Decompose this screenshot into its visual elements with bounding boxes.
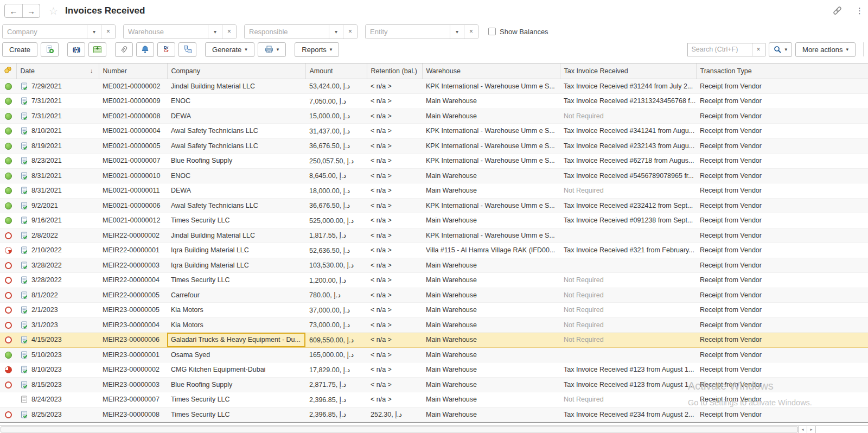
create-button[interactable]: Create [2,42,37,57]
invoice-retention[interactable]: < n/a > [367,154,422,169]
row-date-cell[interactable]: 8/10/2021 [16,124,99,139]
invoice-company[interactable]: Blue Roofing Supply [167,154,305,169]
invoice-tax-invoice[interactable] [560,347,696,362]
invoice-warehouse[interactable]: KPK International - Warehouse Umm e S... [422,124,560,139]
invoice-warehouse[interactable]: KPK International - Warehouse Umm e S... [422,198,560,213]
invoice-transaction-type[interactable]: Receipt from Vendor [696,198,868,213]
invoice-number[interactable]: MEIR23-00000001 [99,347,167,362]
row-date-cell[interactable]: 8/31/2021 [16,183,99,199]
invoice-tax-invoice[interactable]: Not Required [560,317,696,333]
invoice-tax-invoice[interactable]: Tax Invoice Received #62718 from Augus..… [560,154,696,169]
invoice-tax-invoice[interactable]: Not Required [560,183,696,199]
entity-filter-clear-icon[interactable]: × [464,25,478,39]
invoice-amount[interactable]: 2,871.75, د.إ [305,377,367,392]
invoice-amount[interactable]: 36,676.50, د.إ [305,198,367,213]
search-input[interactable] [688,43,752,56]
invoice-number[interactable]: ME0021-00000011 [99,183,167,199]
invoice-warehouse[interactable]: Main Warehouse [422,168,560,183]
company-filter-dropdown-icon[interactable]: ▾ [87,25,101,39]
scrollbar-thumb[interactable] [1,426,798,432]
row-date-cell[interactable]: 2/8/2022 [16,228,99,243]
entity-filter-dropdown-icon[interactable]: ▾ [450,25,464,39]
invoice-company[interactable]: Carrefour [167,288,305,303]
invoice-warehouse[interactable]: Main Warehouse [422,273,560,288]
invoice-tax-invoice[interactable]: Not Required [560,333,696,348]
invoice-number[interactable]: ME0021-00000008 [99,109,167,124]
invoice-transaction-type[interactable]: Receipt from Vendor [696,333,868,348]
invoice-warehouse[interactable]: Main Warehouse [422,333,560,348]
invoice-transaction-type[interactable]: Receipt from Vendor [696,154,868,169]
invoice-transaction-type[interactable]: Receipt from Vendor [696,377,868,392]
invoice-tax-invoice[interactable]: Tax Invoice Received #232143 from Augu..… [560,138,696,154]
invoice-retention[interactable]: < n/a > [367,333,422,348]
table-row[interactable]: 8/10/2023 MEIR23-00000002 CMG Kitchen Eq… [0,362,868,378]
invoice-tax-invoice[interactable] [560,258,696,273]
invoice-number[interactable]: MEIR23-00000002 [99,362,167,378]
invoice-amount[interactable]: 17,829.00, د.إ [305,362,367,378]
table-row[interactable]: 3/1/2023 MEIR23-00000004 Kia Motors 73,0… [0,317,868,333]
invoice-transaction-type[interactable]: Receipt from Vendor [696,273,868,288]
table-row[interactable]: 8/1/2022 MEIR22-00000005 Carrefour 780.0… [0,288,868,303]
invoice-number[interactable]: MEIR23-00000006 [99,333,167,348]
invoice-retention[interactable]: < n/a > [367,243,422,258]
invoice-warehouse[interactable]: Main Warehouse [422,317,560,333]
invoice-retention[interactable]: < n/a > [367,317,422,333]
invoice-company[interactable]: Galadari Trucks & Heavy Equipment - Du..… [167,333,305,348]
invoice-warehouse[interactable]: Main Warehouse [422,303,560,318]
invoice-company[interactable]: Times Security LLC [167,213,305,228]
responsible-filter-input[interactable] [245,25,329,39]
invoice-company[interactable]: CMG Kitchen Equipment-Dubai [167,362,305,378]
column-header-date[interactable]: Date ↓ [16,63,99,79]
column-header-warehouse[interactable]: Warehouse [422,63,560,79]
invoice-company[interactable]: Times Security LLC [167,407,305,422]
invoice-warehouse[interactable]: Main Warehouse [422,258,560,273]
row-date-cell[interactable]: 7/31/2021 [16,109,99,124]
invoice-transaction-type[interactable]: Receipt from Vendor [696,303,868,318]
reports-button[interactable]: Reports ▾ [295,42,339,57]
row-date-cell[interactable]: 8/19/2021 [16,138,99,154]
invoice-number[interactable]: MEIR22-00000002 [99,228,167,243]
invoice-warehouse[interactable]: Main Warehouse [422,109,560,124]
invoice-warehouse[interactable]: KPK International - Warehouse Umm e S... [422,154,560,169]
invoice-retention[interactable]: < n/a > [367,213,422,228]
forward-button[interactable]: → [22,4,40,17]
row-date-cell[interactable]: 9/16/2021 [16,213,99,228]
invoice-tax-invoice[interactable]: Tax Invoice Received #5456789078965 fr..… [560,168,696,183]
invoice-retention[interactable]: < n/a > [367,392,422,407]
invoice-warehouse[interactable]: Main Warehouse [422,288,560,303]
generate-button[interactable]: Generate ▾ [205,42,254,57]
table-row[interactable]: 7/31/2021 ME0021-00000009 ENOC 7,050.00,… [0,94,868,109]
invoice-number[interactable]: ME0021-00000004 [99,124,167,139]
invoice-retention[interactable]: < n/a > [367,124,422,139]
invoice-amount[interactable]: 7,050.00, د.إ [305,94,367,109]
invoice-amount[interactable]: 52,636.50, د.إ [305,243,367,258]
related-documents-button[interactable] [178,42,196,57]
invoice-tax-invoice[interactable]: Tax Invoice Received #21313243456768 f..… [560,94,696,109]
warehouse-filter-input[interactable] [124,25,208,39]
warehouse-filter-clear-icon[interactable]: × [222,25,236,39]
more-menu-icon[interactable]: ⋮ [856,6,864,16]
invoice-amount[interactable]: 31,437.00, د.إ [305,124,367,139]
company-filter-clear-icon[interactable]: × [101,25,115,39]
invoice-number[interactable]: MEIR23-00000008 [99,407,167,422]
warehouse-filter-dropdown-icon[interactable]: ▾ [208,25,222,39]
table-row[interactable]: 8/25/2023 MEIR23-00000008 Times Security… [0,407,868,422]
invoice-transaction-type[interactable]: Receipt from Vendor [696,138,868,154]
invoice-amount[interactable]: 15,000.00, د.إ [305,109,367,124]
table-row[interactable]: 8/19/2021 ME0021-00000005 Awal Safety Te… [0,138,868,154]
invoice-company[interactable]: Times Security LLC [167,273,305,288]
invoice-transaction-type[interactable]: Receipt from Vendor [696,243,868,258]
invoice-amount[interactable]: 18,000.00, د.إ [305,183,367,199]
invoice-warehouse[interactable]: Main Warehouse [422,377,560,392]
invoice-amount[interactable]: 37,000.00, د.إ [305,303,367,318]
invoice-company[interactable]: DEWA [167,109,305,124]
entity-filter-input[interactable] [366,25,450,39]
invoice-amount[interactable]: 2,396.85, د.إ [305,407,367,422]
invoice-number[interactable]: ME0021-00000007 [99,154,167,169]
invoice-number[interactable]: MEIR23-00000005 [99,303,167,318]
column-header-tax-invoice[interactable]: Tax Invoice Received [560,63,696,79]
invoice-number[interactable]: MEIR23-00000003 [99,377,167,392]
invoice-tax-invoice[interactable]: Not Required [560,109,696,124]
post-events-button[interactable]: ((•)) [67,42,85,57]
invoice-transaction-type[interactable]: Receipt from Vendor [696,288,868,303]
